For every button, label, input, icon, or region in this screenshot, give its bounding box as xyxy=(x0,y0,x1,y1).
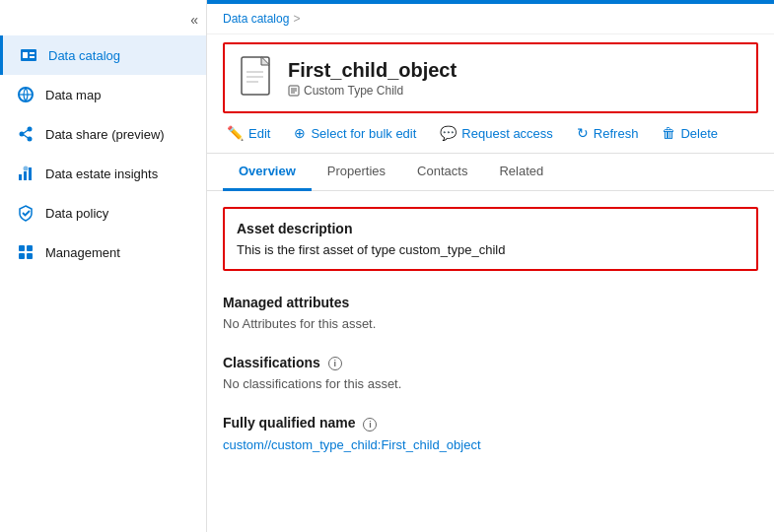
tab-related[interactable]: Related xyxy=(483,154,559,191)
svg-point-6 xyxy=(20,132,25,137)
breadcrumb-separator: > xyxy=(293,12,300,26)
svg-rect-15 xyxy=(19,245,25,251)
classifications-title: Classifications i xyxy=(223,355,758,370)
svg-rect-13 xyxy=(29,167,32,180)
refresh-label: Refresh xyxy=(594,126,639,141)
data-estate-insights-icon xyxy=(16,164,35,183)
refresh-button[interactable]: ↻ Refresh xyxy=(573,123,643,143)
managed-attributes-title: Managed attributes xyxy=(223,295,758,310)
asset-subtitle-icon xyxy=(288,85,300,97)
asset-header: First_child_object Custom Type Child xyxy=(223,42,758,113)
edit-icon: ✏️ xyxy=(227,125,244,141)
data-share-icon xyxy=(16,124,35,144)
managed-attributes-section: Managed attributes No Attributes for thi… xyxy=(223,295,758,331)
tab-properties[interactable]: Properties xyxy=(312,154,401,191)
svg-rect-11 xyxy=(19,174,22,180)
request-access-label: Request access xyxy=(461,126,553,141)
sidebar-item-management[interactable]: Management xyxy=(0,233,206,272)
asset-title: First_child_object xyxy=(288,59,457,82)
delete-icon: 🗑 xyxy=(662,125,675,141)
management-icon xyxy=(16,242,35,262)
classifications-info-icon[interactable]: i xyxy=(328,357,342,370)
sidebar-label-data-estate-insights: Data estate insights xyxy=(45,166,158,181)
svg-line-10 xyxy=(24,135,28,138)
collapse-button[interactable]: « xyxy=(0,8,206,35)
svg-rect-12 xyxy=(24,171,27,180)
sidebar-item-data-estate-insights[interactable]: Data estate insights xyxy=(0,154,206,193)
overview-content: Asset description This is the first asse… xyxy=(207,191,774,532)
request-access-icon: 💬 xyxy=(440,125,457,141)
sidebar-label-data-map: Data map xyxy=(45,88,101,102)
sidebar-label-data-catalog: Data catalog xyxy=(48,48,120,63)
svg-rect-18 xyxy=(27,253,33,259)
fully-qualified-name-section: Fully qualified name i custom//custom_ty… xyxy=(223,415,758,451)
svg-rect-2 xyxy=(30,52,35,54)
request-access-button[interactable]: 💬 Request access xyxy=(436,123,557,143)
fully-qualified-name-title: Fully qualified name i xyxy=(223,415,758,431)
sidebar-label-data-policy: Data policy xyxy=(45,206,108,221)
delete-button[interactable]: 🗑 Delete xyxy=(658,123,722,143)
delete-label: Delete xyxy=(680,126,718,141)
svg-rect-1 xyxy=(23,52,28,58)
asset-description-value: This is the first asset of type custom_t… xyxy=(237,242,744,257)
sidebar-item-data-catalog[interactable]: Data catalog xyxy=(0,35,206,75)
fqn-info-icon[interactable]: i xyxy=(363,418,377,432)
main-content: Data catalog > First_child_object xyxy=(207,0,774,532)
refresh-icon: ↻ xyxy=(577,125,589,141)
tab-overview[interactable]: Overview xyxy=(223,154,312,191)
asset-description-title: Asset description xyxy=(237,221,744,236)
collapse-icon: « xyxy=(190,12,198,28)
asset-subtitle: Custom Type Child xyxy=(288,84,457,98)
svg-point-14 xyxy=(24,166,29,171)
edit-label: Edit xyxy=(248,126,270,141)
edit-button[interactable]: ✏️ Edit xyxy=(223,123,274,143)
bulk-edit-button[interactable]: ⊕ Select for bulk edit xyxy=(290,123,420,143)
asset-file-icon xyxy=(241,56,276,100)
asset-type-label: Custom Type Child xyxy=(304,84,403,98)
sidebar-item-data-map[interactable]: Data map xyxy=(0,75,206,114)
tab-contacts[interactable]: Contacts xyxy=(401,154,483,191)
sidebar-label-data-share: Data share (preview) xyxy=(45,127,165,142)
managed-attributes-empty: No Attributes for this asset. xyxy=(223,316,758,331)
svg-rect-3 xyxy=(30,56,35,58)
sidebar: « Data catalog Data map xyxy=(0,0,207,532)
sidebar-item-data-share[interactable]: Data share (preview) xyxy=(0,114,206,154)
bulk-edit-label: Select for bulk edit xyxy=(311,126,416,141)
data-policy-icon xyxy=(16,203,35,223)
sidebar-label-management: Management xyxy=(45,245,120,260)
asset-description-section: Asset description This is the first asse… xyxy=(223,207,758,271)
toolbar: ✏️ Edit ⊕ Select for bulk edit 💬 Request… xyxy=(207,113,774,154)
breadcrumb: Data catalog > xyxy=(207,4,774,34)
data-catalog-icon xyxy=(19,45,38,65)
sidebar-item-data-policy[interactable]: Data policy xyxy=(0,193,206,233)
svg-rect-17 xyxy=(19,253,25,259)
fully-qualified-name-value[interactable]: custom//custom_type_child:First_child_ob… xyxy=(223,437,481,452)
breadcrumb-link[interactable]: Data catalog xyxy=(223,12,289,26)
svg-line-9 xyxy=(24,130,28,133)
tabs: Overview Properties Contacts Related xyxy=(207,154,774,191)
bulk-edit-icon: ⊕ xyxy=(294,125,306,141)
svg-rect-16 xyxy=(27,245,33,251)
classifications-section: Classifications i No classifications for… xyxy=(223,355,758,391)
data-map-icon xyxy=(16,85,35,104)
asset-info: First_child_object Custom Type Child xyxy=(288,59,457,98)
classifications-empty: No classifications for this asset. xyxy=(223,376,758,391)
